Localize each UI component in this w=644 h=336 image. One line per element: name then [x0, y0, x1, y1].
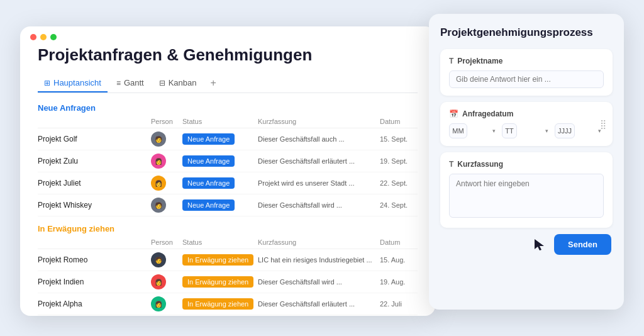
kurzfassung-textarea[interactable]	[449, 174, 604, 218]
projektname-input[interactable]	[449, 70, 604, 88]
neue-anfragen-header: Neue Anfragen	[38, 103, 418, 113]
month-select[interactable]: MM	[449, 123, 467, 138]
table-row[interactable]: Projekt Golf 🧑 Neue Anfrage Dieser Gesch…	[38, 128, 418, 150]
date-row: MM TT JJJJ	[449, 123, 604, 138]
year-select[interactable]: JJJJ	[555, 123, 575, 138]
projektname-card: T Projektname	[440, 49, 613, 96]
close-dot[interactable]	[30, 34, 36, 40]
day-wrapper: TT	[502, 123, 551, 138]
table-row[interactable]: Projekt Romeo 🧑 In Erwägung ziehen LIC h…	[38, 249, 418, 271]
anfragedatum-card: 📅 Anfragedatum MM TT JJJJ	[440, 102, 613, 146]
table-row[interactable]: Projekt Alpha 👩 In Erwägung ziehen Diese…	[38, 293, 418, 315]
cursor-icon	[533, 237, 548, 252]
titlebar	[20, 26, 435, 45]
avatar: 👩	[151, 274, 166, 289]
table-row[interactable]: Projekt Gamma 🧑 In Erwägung ziehen Diese…	[38, 315, 418, 316]
status-badge: Neue Anfrage	[182, 155, 235, 167]
table-row[interactable]: Projekt Whiskey 🧑 Neue Anfrage Dieser Ge…	[38, 194, 418, 216]
status-badge: In Erwägung ziehen	[182, 298, 253, 310]
erwaegung-title: In Erwägung ziehen	[38, 224, 114, 233]
calendar-icon: 📅	[449, 109, 458, 118]
projektname-label: T Projektname	[449, 57, 604, 65]
gantt-icon: ≡	[116, 79, 121, 87]
status-badge: Neue Anfrage	[182, 199, 235, 211]
avatar: 👩	[151, 176, 166, 191]
day-select[interactable]: TT	[502, 123, 517, 138]
table-row[interactable]: Projekt Indien 👩 In Erwägung ziehen Dies…	[38, 271, 418, 293]
avatar: 🧑	[151, 252, 166, 267]
tab-gantt[interactable]: ≡ Gantt	[110, 74, 150, 92]
avatar: 👩	[151, 154, 166, 169]
send-button[interactable]: Senden	[554, 234, 611, 255]
kurzfassung-label: T Kurzfassung	[449, 160, 604, 169]
month-wrapper: MM	[449, 123, 498, 138]
status-badge: In Erwägung ziehen	[182, 276, 253, 288]
text-icon: T	[449, 57, 453, 65]
kurzfassung-card: T Kurzfassung	[440, 152, 613, 228]
text-icon-2: T	[449, 160, 453, 169]
add-tab-button[interactable]: +	[206, 74, 221, 92]
status-badge: Neue Anfrage	[182, 177, 235, 189]
status-badge: Neue Anfrage	[182, 133, 235, 145]
minimize-dot[interactable]	[40, 34, 47, 40]
status-badge: In Erwägung ziehen	[182, 254, 253, 266]
erwaegung-table-header: Person Status Kurzfassung Datum	[38, 236, 418, 249]
neue-anfragen-table-header: Person Status Kurzfassung Datum	[38, 115, 418, 128]
tab-kanban[interactable]: ⊟ Kanban	[153, 74, 203, 92]
page-title: Projektanfragen & Genehmigungen	[38, 45, 418, 65]
erwaegung-header: In Erwägung ziehen	[38, 224, 418, 233]
form-title: Projektgenehmigungsprozess	[440, 26, 613, 39]
tabs-bar: ⊞ Hauptansicht ≡ Gantt ⊟ Kanban +	[38, 74, 418, 93]
form-footer: Senden	[440, 234, 613, 255]
avatar: 👩	[151, 296, 166, 311]
avatar: 🧑	[151, 132, 166, 147]
form-window: Projektgenehmigungsprozess T Projektname…	[429, 14, 624, 310]
tab-hauptansicht[interactable]: ⊞ Hauptansicht	[38, 74, 108, 92]
avatar: 🧑	[151, 198, 166, 213]
drag-handle-icon: ⣿	[600, 119, 606, 129]
maximize-dot[interactable]	[50, 34, 57, 40]
svg-marker-0	[535, 239, 544, 250]
table-row[interactable]: Projekt Zulu 👩 Neue Anfrage Dieser Gesch…	[38, 150, 418, 172]
table-row[interactable]: Projekt Juliet 👩 Neue Anfrage Projekt wi…	[38, 172, 418, 194]
neue-anfragen-title: Neue Anfragen	[38, 103, 96, 113]
main-window: Projektanfragen & Genehmigungen ⊞ Haupta…	[20, 26, 435, 316]
anfragedatum-label: 📅 Anfragedatum	[449, 109, 604, 118]
year-wrapper: JJJJ	[555, 123, 604, 138]
hauptansicht-icon: ⊞	[44, 79, 50, 87]
kanban-icon: ⊟	[159, 79, 165, 87]
